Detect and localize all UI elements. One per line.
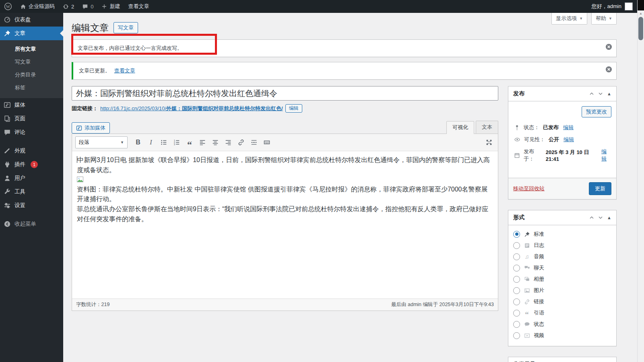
move-up-icon[interactable] [589,215,594,220]
radio-audio[interactable] [513,253,520,260]
radio-standard[interactable] [513,231,520,238]
edit-date-link[interactable]: 编辑 [601,148,611,162]
toolbar-toggle-button[interactable] [261,137,272,148]
wordpress-logo-menu[interactable]: W [0,0,16,13]
sidebar-item-new-post[interactable]: 写文章 [0,56,63,68]
publish-box-header[interactable]: 发布 ▲ [508,86,616,101]
move-to-trash-link[interactable]: 移动至回收站 [513,185,545,192]
help-button[interactable]: 帮助 ▼ [591,13,617,25]
radio-chat[interactable] [513,265,520,272]
editor-mode-tabs: 可视化 文本 [445,121,498,134]
screen-options-button[interactable]: 显示选项 ▼ [551,13,587,25]
radio-link[interactable] [513,298,520,305]
format-option-quote[interactable]: “ 引语 [513,307,611,319]
editor-top-row: 添加媒体 可视化 文本 [72,121,498,134]
format-option-link[interactable]: 链接 [513,296,611,307]
scrollbar-corner [638,0,644,10]
published-value: 2025 年 3 月 10 日 21:41 [546,149,597,162]
sidebar-item-users[interactable]: 用户 [0,171,63,185]
read-more-tag-button[interactable] [248,137,260,148]
sidebar-item-plugins[interactable]: 插件 1 [0,158,63,171]
sidebar-item-dashboard[interactable]: 仪表盘 [0,13,63,27]
admin-bar-new[interactable]: 新建 [97,0,124,13]
post-title-input[interactable] [72,86,498,101]
format-option-gallery[interactable]: 相册 [513,274,611,285]
pushpin-icon [4,30,11,37]
move-down-icon[interactable] [598,91,603,96]
insert-link-button[interactable] [235,137,247,148]
view-post-link[interactable]: 查看文章 [114,68,135,74]
tab-visual-editor[interactable]: 可视化 [446,121,474,134]
radio-gallery[interactable] [513,276,520,283]
paragraph-style-select[interactable]: 段落 ▼ [75,136,128,148]
admin-bar-comments[interactable]: 0 [78,0,97,13]
blockquote-button[interactable]: “ [184,137,195,148]
wordpress-edit-post-page: W 企业猫源码 2 0 新建 查看文章 [0,0,644,362]
edit-visibility-link[interactable]: 编辑 [564,136,574,143]
format-option-audio[interactable]: ♫ 音频 [513,251,611,262]
ai-rewrite-notice-text: 文章已发布，内容已通过文心一言完成改写。 [78,45,182,51]
sidebar-item-appearance[interactable]: 外观 [0,144,63,158]
plugins-update-badge: 1 [31,161,38,168]
radio-image[interactable] [513,287,520,294]
scrollbar-thumb[interactable] [638,17,643,40]
comments-icon [4,129,11,136]
tab-text-editor[interactable]: 文本 [476,121,498,134]
add-new-post-button[interactable]: 写文章 [114,22,138,33]
numbered-list-button[interactable]: 123 [171,137,182,148]
format-box-header[interactable]: 形式 ▲ [508,210,616,225]
radio-aside[interactable] [513,242,520,249]
align-left-button[interactable] [197,137,208,148]
admin-bar-site-link[interactable]: 企业猫源码 [16,0,59,13]
status-bubble-icon [524,321,530,327]
sidebar-item-pages[interactable]: 页面 [0,112,63,125]
permalink-link[interactable]: http://16.71jc.cn/2025/03/10/外媒：国际刑警组织对菲… [100,105,283,112]
radio-video[interactable] [513,332,520,339]
categories-box-header[interactable]: 分类目录 ▲ [508,357,616,362]
dismiss-notice-icon[interactable] [605,43,612,50]
bold-button[interactable]: B [132,137,144,148]
fullscreen-button[interactable] [483,137,495,148]
dismiss-notice-icon[interactable] [605,66,612,73]
move-down-icon[interactable] [598,215,603,220]
sidebar-item-tools[interactable]: 工具 [0,185,63,199]
align-right-button[interactable] [223,137,234,148]
radio-status[interactable] [513,321,520,328]
toggle-panel-icon[interactable]: ▲ [607,215,611,220]
main-content: 显示选项 ▼ 帮助 ▼ 编辑文章 写文章 文章已发布，内容已通过文心一言完成改写… [63,13,638,362]
sidebar-item-media[interactable]: 媒体 [0,98,63,112]
format-option-status[interactable]: 状态 [513,319,611,330]
sidebar-item-categories[interactable]: 分类目录 [0,68,63,81]
format-option-aside[interactable]: 日志 [513,240,611,251]
vertical-scrollbar[interactable]: ▲ [637,0,644,362]
bulleted-list-button[interactable] [158,137,169,148]
italic-button[interactable]: I [145,137,157,148]
format-option-image[interactable]: 图片 [513,285,611,296]
align-center-button[interactable] [210,137,221,148]
sidebar-item-all-posts[interactable]: 所有文章 [0,43,63,56]
sidebar-item-settings[interactable]: 设置 [0,199,63,212]
post-content-area[interactable]: 中新网3月10日电 据新加坡《联合早报》10日报道，日前，国际刑警组织对菲律宾前… [72,151,498,298]
status-label: 状态： [524,124,539,131]
admin-bar-updates[interactable]: 2 [59,0,78,13]
format-box-title: 形式 [513,214,585,221]
preview-changes-button[interactable]: 预览更改 [582,106,611,117]
sidebar-item-collapse-menu[interactable]: 收起菜单 [0,217,63,231]
admin-bar-view-post[interactable]: 查看文章 [124,0,153,13]
sidebar-item-comments[interactable]: 评论 [0,125,63,139]
move-up-icon[interactable] [589,91,594,96]
update-button[interactable]: 更新 [589,182,611,195]
sidebar-item-posts[interactable]: 文章 [0,27,63,40]
add-media-button[interactable]: 添加媒体 [72,122,110,134]
scrollbar-up-arrow[interactable]: ▲ [638,10,644,16]
format-option-video[interactable]: 视频 [513,330,611,341]
edit-status-link[interactable]: 编辑 [563,124,574,131]
sidebar-item-tags[interactable]: 标签 [0,81,63,94]
radio-quote[interactable] [513,310,520,317]
edit-permalink-button[interactable]: 编辑 [285,104,302,113]
broken-image-icon[interactable] [77,177,493,183]
admin-bar-account[interactable]: 您好，admin [587,0,638,13]
toggle-panel-icon[interactable]: ▲ [607,91,611,96]
format-option-chat[interactable]: 聊天 [513,262,611,274]
format-option-standard[interactable]: 标准 [513,228,611,240]
